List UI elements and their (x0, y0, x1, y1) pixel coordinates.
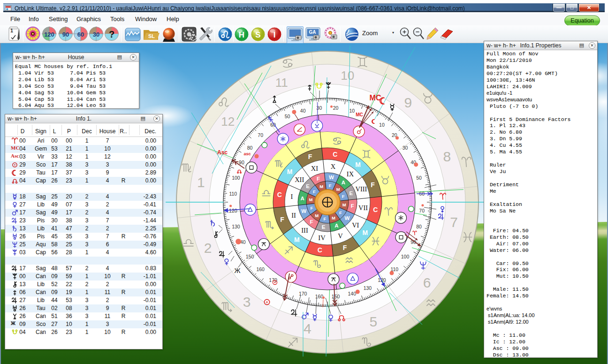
svg-text:F: F (323, 216, 326, 221)
svg-text:80: 80 (416, 224, 422, 229)
svg-text:80: 80 (247, 145, 253, 151)
svg-text:110: 110 (229, 191, 237, 197)
svg-text:X: X (331, 163, 336, 170)
svg-text:11: 11 (275, 76, 288, 90)
svg-text:130: 130 (364, 285, 372, 291)
svg-text:30: 30 (403, 145, 408, 151)
svg-text:E: E (322, 224, 326, 230)
svg-text:M: M (294, 236, 300, 243)
svg-text:MC: MC (356, 112, 363, 117)
svg-text:160: 160 (315, 294, 324, 299)
svg-text:170: 170 (299, 291, 307, 296)
svg-text:160: 160 (256, 266, 265, 272)
svg-text:100: 100 (232, 175, 240, 181)
svg-text:C: C (333, 151, 337, 158)
svg-text:VIII: VIII (355, 185, 367, 193)
svg-text:H: H (239, 30, 244, 39)
svg-text:F: F (343, 244, 347, 251)
svg-text:III: III (301, 227, 308, 234)
svg-text:50: 50 (416, 175, 422, 181)
svg-text:II: II (291, 212, 296, 219)
svg-text:M: M (336, 187, 340, 192)
svg-text:S: S (255, 30, 260, 39)
svg-text:C: C (373, 206, 378, 213)
svg-text:1: 1 (197, 174, 205, 190)
svg-text:M: M (309, 197, 312, 202)
svg-text:XI: XI (311, 165, 318, 172)
svg-text:F: F (310, 219, 313, 225)
svg-text:W: W (329, 174, 334, 180)
svg-text:MC: MC (370, 94, 381, 102)
svg-text:M: M (315, 213, 319, 218)
svg-text:Asc: Asc (217, 149, 228, 156)
svg-text:4: 4 (304, 321, 312, 336)
svg-text:F: F (308, 153, 312, 160)
svg-text:A: A (342, 180, 345, 185)
svg-text:6: 6 (423, 275, 431, 290)
svg-text:GA: GA (309, 30, 316, 35)
svg-text:F: F (342, 194, 345, 199)
svg-text:IV: IV (318, 234, 326, 242)
svg-text:70: 70 (419, 208, 425, 213)
svg-text:10: 10 (341, 68, 354, 83)
svg-text:10: 10 (379, 122, 385, 128)
svg-text:90: 90 (62, 31, 69, 38)
svg-text:Ж: Ж (235, 267, 241, 274)
svg-text:E: E (350, 190, 353, 196)
svg-text:140: 140 (348, 291, 357, 296)
svg-text:F: F (371, 181, 375, 189)
svg-text:M: M (332, 215, 335, 220)
svg-text:E: E (306, 183, 310, 189)
svg-text:150: 150 (246, 254, 254, 259)
svg-text:12: 12 (221, 114, 235, 129)
svg-text:A: A (334, 223, 338, 228)
svg-text:50: 50 (285, 114, 290, 119)
svg-text:100: 100 (401, 254, 410, 259)
svg-text:70: 70 (258, 132, 263, 138)
svg-text:M: M (342, 202, 346, 207)
svg-text:120: 120 (44, 31, 54, 38)
svg-text:W: W (301, 208, 306, 214)
svg-text:130: 130 (232, 224, 240, 229)
svg-text:8: 8 (443, 149, 451, 164)
svg-text:W: W (345, 215, 350, 221)
svg-text:SL: SL (148, 33, 155, 39)
svg-text:M: M (363, 229, 368, 236)
svg-text:40: 40 (300, 108, 306, 114)
svg-text:5: 5 (369, 314, 377, 329)
svg-text:XII: XII (295, 176, 304, 183)
svg-text:I: I (290, 193, 293, 200)
svg-text:7: 7 (450, 214, 458, 230)
svg-text:150: 150 (332, 294, 340, 299)
svg-text:M: M (287, 168, 293, 175)
svg-text:VII: VII (358, 204, 368, 212)
svg-text:90: 90 (239, 159, 244, 165)
svg-text:F: F (313, 189, 316, 194)
svg-text:asc: asc (243, 152, 251, 156)
svg-text:IX: IX (347, 170, 354, 178)
svg-text:F: F (310, 205, 313, 211)
svg-text:I: I (274, 30, 276, 39)
svg-text:A: A (301, 196, 304, 201)
svg-text:F: F (317, 176, 320, 182)
svg-text:F: F (351, 203, 354, 209)
svg-text:60: 60 (77, 31, 84, 38)
svg-text:?: ? (109, 29, 114, 39)
svg-text:C: C (277, 191, 282, 198)
svg-text:F: F (339, 210, 342, 215)
svg-text:2: 2 (204, 240, 212, 256)
svg-text:F: F (280, 216, 284, 223)
svg-text:M: M (355, 161, 361, 168)
svg-text:3: 3 (243, 294, 251, 310)
svg-text:M: M (319, 184, 323, 189)
svg-text:C: C (318, 246, 322, 254)
svg-text:9: 9 (404, 95, 412, 110)
svg-text:F: F (329, 183, 332, 188)
svg-text:10: 10 (349, 108, 355, 114)
svg-text:VI: VI (352, 221, 359, 229)
svg-text:V: V (338, 232, 343, 240)
svg-text:20: 20 (333, 105, 339, 111)
svg-text:30: 30 (93, 31, 99, 38)
svg-text:1: 1 (10, 28, 13, 33)
